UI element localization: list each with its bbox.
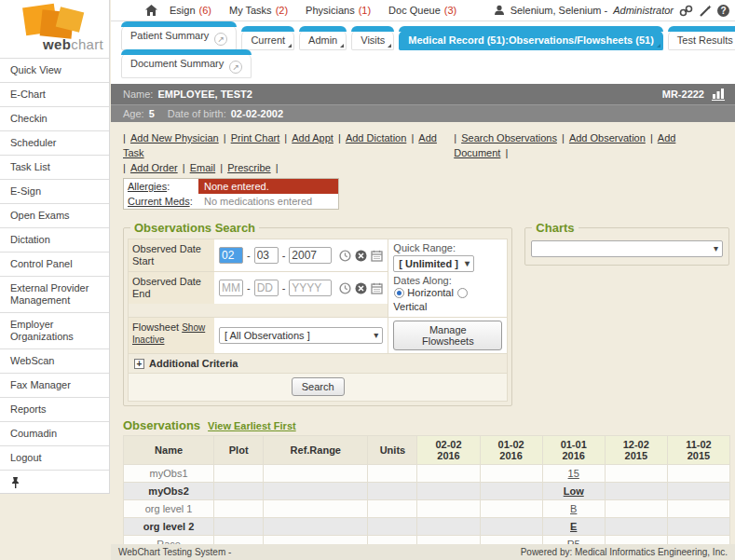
start-day-input[interactable] [254, 247, 279, 264]
link-add-order[interactable]: Add Order [130, 162, 178, 173]
link-search-observations[interactable]: Search Observations [461, 132, 557, 143]
sidebar-item-logout[interactable]: Logout [0, 445, 109, 470]
link-add-appt[interactable]: Add Appt [292, 132, 333, 143]
obs-value-cell: E [542, 518, 605, 536]
tab-label: Visits [361, 34, 385, 46]
obs-value-link[interactable]: 15 [568, 468, 579, 479]
tab-test-results[interactable]: Test Results [668, 31, 735, 50]
popup-icon[interactable]: ↗ [214, 33, 227, 46]
allergies-meds-box: Allergies: None entered. Current Meds: N… [123, 178, 339, 210]
allergies-link[interactable]: Allergies [128, 181, 167, 192]
patient-name-label: Name: [123, 89, 153, 100]
obs-name: org level 2 [124, 518, 214, 536]
flowsheet-select[interactable]: [ All Observations ]▾ [219, 327, 383, 344]
sidebar-item-checkin[interactable]: Checkin [0, 106, 109, 130]
flowsheet-label: Flowsheet [132, 321, 179, 333]
nav-item-my-tasks[interactable]: My Tasks(2) [223, 5, 294, 16]
separator: | [276, 162, 279, 173]
tab-admin[interactable]: Admin [299, 31, 347, 50]
obs-value-cell [480, 483, 542, 500]
clear-date-icon[interactable] [355, 282, 367, 294]
clear-date-icon[interactable] [355, 250, 367, 262]
start-year-input[interactable] [289, 247, 332, 264]
sidebar-item-open-exams[interactable]: Open Exams [0, 203, 109, 227]
sidebar-item-control-panel[interactable]: Control Panel [0, 252, 109, 276]
clock-icon[interactable] [339, 282, 351, 294]
sidebar-item-employer-organizations[interactable]: Employer Organizations [0, 312, 109, 348]
sidebar-item-coumadin[interactable]: Coumadin [0, 421, 109, 445]
end-month-input[interactable] [219, 280, 243, 296]
dates-along-label: Dates Along: [393, 275, 502, 286]
cell-empty [368, 500, 417, 518]
allergies-value: None entered. [198, 179, 338, 194]
nav-count: (2) [276, 5, 288, 16]
tab-current[interactable]: Current [241, 31, 294, 50]
sidebar-pin-toggle[interactable] [0, 470, 109, 493]
link-prescribe[interactable]: Prescribe [227, 162, 270, 173]
sidebar-item-dictation[interactable]: Dictation [0, 227, 109, 252]
obs-value-link[interactable]: E [570, 521, 577, 532]
bar-chart-icon[interactable] [711, 88, 726, 101]
tab-document-summary[interactable]: Document Summary↗ [121, 54, 252, 78]
tab-label: Document Summary [130, 58, 224, 69]
quick-range-select[interactable]: [ Unlimited ]▾ [393, 255, 474, 272]
current-meds-link[interactable]: Current Meds [128, 196, 190, 207]
obs-value-link[interactable]: Low [564, 485, 584, 497]
start-month-input[interactable] [219, 247, 243, 264]
obs-name: myObs1 [124, 465, 214, 483]
link-print-chart[interactable]: Print Chart [231, 132, 280, 143]
sidebar-item-external-provider-management[interactable]: External Provider Management [0, 276, 109, 312]
sidebar-item-e-chart[interactable]: E-Chart [0, 82, 109, 106]
patient-mr-number: MR-2222 [662, 89, 704, 100]
separator: | [284, 132, 287, 143]
wand-icon[interactable] [699, 5, 712, 17]
tab-visits[interactable]: Visits [351, 31, 394, 50]
sidebar-item-reports[interactable]: Reports [0, 397, 109, 421]
obs-value-cell [480, 518, 542, 536]
calendar-icon[interactable] [371, 282, 383, 294]
charts-select[interactable]: ▾ [531, 240, 723, 257]
horizontal-radio[interactable] [394, 288, 404, 298]
link-email[interactable]: Email [190, 162, 216, 173]
user-icon [494, 5, 505, 16]
link-add-dictation[interactable]: Add Dictation [346, 132, 406, 143]
link-add-observation[interactable]: Add Observation [569, 132, 646, 143]
tab-patient-summary[interactable]: Patient Summary↗ [121, 26, 237, 50]
manage-flowsheets-button[interactable]: Manage Flowsheets [393, 321, 502, 350]
popup-icon[interactable]: ↗ [229, 61, 242, 74]
nav-item-physicians[interactable]: Physicians(1) [299, 5, 377, 16]
col-name: Name [124, 436, 214, 465]
obs-value-link[interactable]: B [570, 503, 577, 514]
sidebar-item-webscan[interactable]: WebScan [0, 348, 109, 373]
sidebar-item-scheduler[interactable]: Scheduler [0, 130, 109, 155]
nav-item-esign[interactable]: Esign(6) [163, 5, 218, 16]
date-separator: - [247, 250, 251, 261]
help-icon[interactable]: ? [717, 5, 729, 17]
nav-count: (6) [199, 5, 211, 16]
end-year-input[interactable] [289, 280, 332, 296]
link-add-new-physician[interactable]: Add New Physician [130, 132, 219, 143]
clock-icon[interactable] [339, 250, 351, 262]
end-day-input[interactable] [254, 280, 279, 296]
sidebar-item-quick-view[interactable]: Quick View [0, 58, 109, 82]
table-row: org level 1 B [124, 500, 730, 518]
additional-criteria-toggle[interactable]: + Additional Criteria [129, 354, 507, 374]
nav-item-doc-queue[interactable]: Doc Queue(3) [382, 5, 463, 16]
search-grid: Observed Date Start - - [128, 239, 508, 402]
sidebar-item-task-list[interactable]: Task List [0, 155, 109, 179]
action-links-right: | Search Observations | Add Observation … [454, 130, 726, 160]
view-earliest-first-link[interactable]: View Earliest First [208, 420, 296, 431]
sidebar-item-e-sign[interactable]: E-Sign [0, 179, 109, 203]
patient-age: 5 [149, 108, 155, 119]
date-separator: - [282, 250, 286, 261]
home-icon[interactable] [144, 4, 158, 17]
tab-medical-record-observations[interactable]: Medical Record (51):Observations/Flowshe… [399, 31, 662, 50]
search-button[interactable]: Search [292, 377, 345, 396]
date-start-row: Observed Date Start - - [129, 239, 388, 272]
dates-along-options: Horizontal Vertical [393, 286, 502, 314]
calendar-icon[interactable] [371, 250, 383, 262]
vertical-radio[interactable] [457, 288, 468, 298]
sidebar-item-fax-manager[interactable]: Fax Manager [0, 373, 109, 397]
link-chain-icon[interactable] [679, 5, 693, 17]
date-separator: - [247, 282, 251, 294]
